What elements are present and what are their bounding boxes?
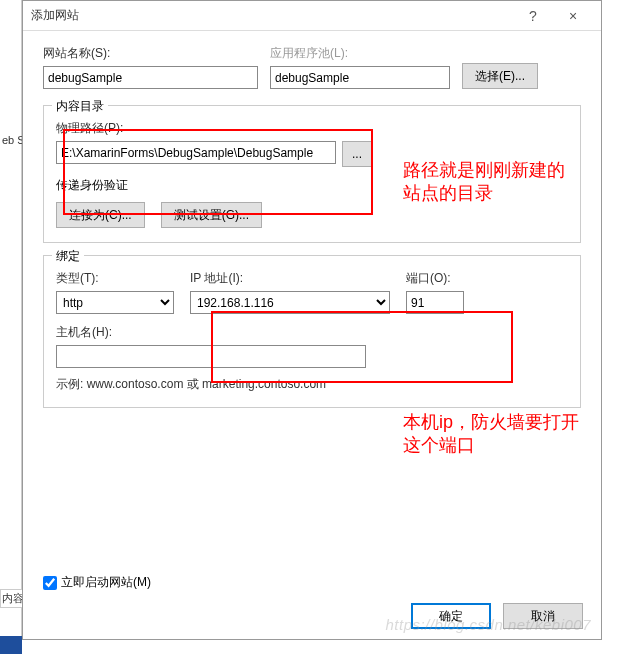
- port-input[interactable]: [406, 291, 464, 314]
- app-pool-label: 应用程序池(L):: [270, 45, 450, 62]
- annotation-text-ip-l2: 这个端口: [403, 434, 618, 457]
- test-settings-button[interactable]: 测试设置(G)...: [161, 202, 262, 228]
- annotation-text-path-l1: 路径就是刚刚新建的: [403, 159, 565, 182]
- host-label: 主机名(H):: [56, 324, 568, 341]
- site-name-label: 网站名称(S):: [43, 45, 258, 62]
- autostart-row: 立即启动网站(M): [43, 574, 151, 591]
- annotation-text-path-l2: 站点的目录: [403, 182, 565, 205]
- host-input[interactable]: [56, 345, 366, 368]
- background-left-strip: [0, 0, 22, 654]
- blue-strip: [0, 636, 22, 654]
- physical-path-input[interactable]: [56, 141, 336, 164]
- app-pool-input: [270, 66, 450, 89]
- ip-label: IP 地址(I):: [190, 270, 390, 287]
- site-row: 网站名称(S): 应用程序池(L): 选择(E)...: [43, 45, 581, 89]
- watermark: https://blog.csdn.net/kebi007: [386, 616, 591, 633]
- content-directory-legend: 内容目录: [52, 98, 108, 115]
- annotation-text-ip-l1: 本机ip，防火墙要打开: [403, 411, 618, 434]
- ip-select[interactable]: 192.168.1.116: [190, 291, 390, 314]
- physical-path-label: 物理路径(P):: [56, 120, 568, 137]
- titlebar: 添加网站 ? ×: [23, 1, 601, 31]
- type-label: 类型(T):: [56, 270, 174, 287]
- autostart-label: 立即启动网站(M): [61, 574, 151, 591]
- binding-group: 绑定 类型(T): http IP 地址(I): 192.168.1.116 端…: [43, 255, 581, 408]
- annotation-text-path: 路径就是刚刚新建的 站点的目录: [403, 159, 565, 206]
- port-label: 端口(O):: [406, 270, 464, 287]
- type-select[interactable]: http: [56, 291, 174, 314]
- autostart-checkbox[interactable]: [43, 576, 57, 590]
- site-name-input[interactable]: [43, 66, 258, 89]
- connect-as-button[interactable]: 连接为(C)...: [56, 202, 145, 228]
- select-pool-button[interactable]: 选择(E)...: [462, 63, 538, 89]
- host-example: 示例: www.contoso.com 或 marketing.contoso.…: [56, 376, 568, 393]
- dialog-body: 网站名称(S): 应用程序池(L): 选择(E)... 内容目录 物理路径(P)…: [23, 31, 601, 430]
- close-button[interactable]: ×: [553, 8, 593, 24]
- browse-path-button[interactable]: ...: [342, 141, 372, 167]
- window-title: 添加网站: [31, 7, 513, 24]
- help-button[interactable]: ?: [513, 8, 553, 24]
- annotation-text-ip: 本机ip，防火墙要打开 这个端口: [403, 411, 618, 458]
- binding-legend: 绑定: [52, 248, 84, 265]
- add-website-dialog: 添加网站 ? × 网站名称(S): 应用程序池(L): 选择(E)... 内容目…: [22, 0, 602, 640]
